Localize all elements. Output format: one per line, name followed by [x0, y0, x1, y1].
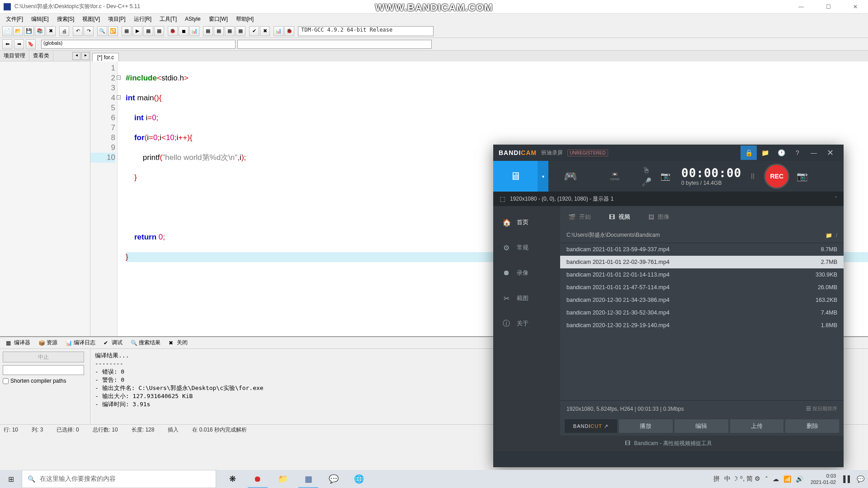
- menu-view[interactable]: 视图[V]: [79, 14, 104, 24]
- bc-titlebar[interactable]: BANDICAM 班迪录屏 UNREGISTERED 🔒 📁 🕐 ? — ✕: [493, 145, 844, 161]
- shorten-checkbox-row[interactable]: Shorten compiler paths: [3, 378, 87, 384]
- tray-pinyin-icon[interactable]: 拼: [713, 475, 720, 483]
- screenshot-button[interactable]: 📷: [797, 171, 808, 182]
- file-row[interactable]: bandicam 2020-12-30 21-30-52-304.mp47.4M…: [560, 306, 844, 319]
- btn3[interactable]: ▦: [225, 26, 235, 36]
- abort-button[interactable]: 中止: [3, 352, 84, 362]
- mode-screen-dropdown[interactable]: ▾: [538, 161, 548, 192]
- start-button[interactable]: ⊞: [0, 470, 22, 488]
- new-button[interactable]: 📄: [2, 26, 12, 36]
- maximize-button[interactable]: ☐: [819, 4, 837, 10]
- play-button[interactable]: 播放: [619, 419, 673, 433]
- debug-button[interactable]: 🐞: [168, 26, 178, 36]
- mode-device-button[interactable]: 📼HDMI: [593, 161, 637, 192]
- check-button[interactable]: ✔: [249, 26, 259, 36]
- chevron-up-icon[interactable]: ˄: [835, 196, 837, 202]
- bc-sort[interactable]: ☰ 按日期排序: [806, 405, 837, 412]
- bc-file-list[interactable]: bandicam 2021-01-01 23-59-49-337.mp48.7M…: [560, 243, 844, 400]
- minimize-button[interactable]: —: [792, 4, 810, 10]
- tab-close[interactable]: ✖关闭: [165, 338, 191, 347]
- tray-bar-icon[interactable]: ▌▌: [843, 475, 852, 483]
- sidebar-item-about[interactable]: ⓘ关于: [493, 311, 560, 336]
- task-app1[interactable]: ❋: [220, 470, 245, 488]
- pause-button[interactable]: ⏸: [749, 172, 757, 181]
- mode-screen-button[interactable]: 🖥: [493, 161, 538, 192]
- menu-astyle[interactable]: AStyle: [181, 15, 204, 23]
- file-row[interactable]: bandicam 2020-12-30 21-34-23-386.mp4163.…: [560, 294, 844, 306]
- open-button[interactable]: 📂: [13, 26, 23, 36]
- notifications-icon[interactable]: 💬: [857, 475, 864, 483]
- btn4[interactable]: ▦: [236, 26, 245, 36]
- file-row[interactable]: bandicam 2021-01-01 22-01-14-113.mp4330.…: [560, 268, 844, 281]
- topnav-video[interactable]: 🎞视频: [609, 213, 630, 221]
- task-recorder[interactable]: ⏺: [245, 470, 270, 488]
- btn2[interactable]: ▦: [214, 26, 224, 36]
- members-combo[interactable]: [237, 40, 432, 49]
- task-explorer[interactable]: 📁: [270, 470, 296, 488]
- sidebar-item-home[interactable]: 🏠首页: [493, 210, 560, 235]
- menu-window[interactable]: 窗口[W]: [205, 14, 231, 24]
- sidebar-item-image[interactable]: ✂截图: [493, 286, 560, 311]
- compile-button[interactable]: ▦: [122, 26, 132, 36]
- shorten-input[interactable]: [3, 365, 84, 375]
- menu-run[interactable]: 运行[R]: [130, 14, 155, 24]
- menu-search[interactable]: 搜索[S]: [53, 14, 78, 24]
- menu-project[interactable]: 项目[P]: [104, 14, 129, 24]
- file-row[interactable]: bandicam 2020-12-30 21-29-19-140.mp41.8M…: [560, 319, 844, 332]
- task-browser[interactable]: 🌐: [346, 470, 372, 488]
- onedrive-icon[interactable]: ☁: [773, 475, 779, 483]
- nav-fwd-button[interactable]: ➡: [14, 39, 24, 49]
- save-button[interactable]: 💾: [24, 26, 34, 36]
- saveall-button[interactable]: 📚: [35, 26, 45, 36]
- btn1[interactable]: ▦: [203, 26, 213, 36]
- print-button[interactable]: 🖨: [59, 26, 69, 36]
- bc-path-bar[interactable]: C:\Users\郭盛永\Documents\Bandicam 📁/: [560, 228, 844, 243]
- nav-back-button[interactable]: ⬅: [2, 39, 12, 49]
- run-button[interactable]: ▶: [132, 26, 142, 36]
- globals-combo[interactable]: (globals): [41, 40, 236, 49]
- delete-button[interactable]: 删除: [785, 419, 839, 433]
- chart-button[interactable]: 📊: [274, 26, 283, 36]
- chevron-up-icon[interactable]: ˄: [765, 475, 768, 483]
- compiler-select[interactable]: TDM-GCC 4.9.2 64-bit Release: [298, 26, 434, 36]
- find-button[interactable]: 🔍: [97, 26, 107, 36]
- clock-icon[interactable]: 🕐: [773, 145, 789, 160]
- tray-ime[interactable]: 中 ☽ ⁰, 简 ⚙: [724, 475, 760, 483]
- rebuild-button[interactable]: ▦: [154, 26, 164, 36]
- sidebar-item-general[interactable]: ⚙常规: [493, 235, 560, 260]
- mode-game-button[interactable]: 🎮: [548, 161, 593, 192]
- replace-button[interactable]: 🔁: [108, 26, 118, 36]
- record-button[interactable]: REC: [764, 164, 789, 189]
- bc-minimize-button[interactable]: —: [806, 145, 822, 160]
- search-box[interactable]: 🔍 在这里输入你要搜索的内容: [22, 470, 216, 488]
- editor-tab-forc[interactable]: [*] for.c: [92, 53, 119, 61]
- bc-region-bar[interactable]: ⬚ 868x488 - (0, 0), (1920, 1080) - 显示器…: [493, 192, 844, 206]
- fold-icon[interactable]: −: [117, 75, 121, 80]
- fold-icon[interactable]: −: [117, 95, 121, 99]
- x-button[interactable]: ✖: [260, 26, 270, 36]
- menu-help[interactable]: 帮助[H]: [232, 14, 257, 24]
- webcam-icon[interactable]: 📷: [656, 161, 675, 192]
- bandicam-window[interactable]: BANDICAM 班迪录屏 UNREGISTERED 🔒 📁 🕐 ? — ✕ 🖥…: [493, 145, 844, 467]
- task-devcpp[interactable]: ▦: [296, 470, 321, 488]
- titlebar[interactable]: C:\Users\郭盛永\Desktop\c实验\for.c - Dev-C++…: [0, 0, 868, 14]
- bookmark-button[interactable]: 🔖: [26, 39, 36, 49]
- tab-debug[interactable]: ✔调试: [100, 338, 126, 347]
- tab-resources[interactable]: 📦资源: [35, 338, 61, 347]
- close-button[interactable]: ✕: [846, 4, 864, 10]
- volume-icon[interactable]: 🔊: [796, 475, 803, 483]
- stop-button[interactable]: ⏹: [179, 26, 189, 36]
- task-wechat[interactable]: 💬: [321, 470, 346, 488]
- shorten-checkbox[interactable]: [3, 378, 9, 384]
- profile-button[interactable]: 📊: [189, 26, 199, 36]
- undo-button[interactable]: ↶: [73, 26, 83, 36]
- topnav-image[interactable]: 🖼图像: [648, 213, 670, 221]
- sidebar-item-video[interactable]: ⏺录像: [493, 260, 560, 286]
- folder-icon[interactable]: 📁: [757, 145, 773, 160]
- menu-file[interactable]: 文件[F]: [2, 14, 27, 24]
- compile-run-button[interactable]: ▦: [143, 26, 153, 36]
- close-file-button[interactable]: ✖: [46, 26, 56, 36]
- nav-right-button[interactable]: ▸: [81, 52, 90, 60]
- tray-clock[interactable]: 0:03 2021-01-02: [808, 473, 839, 485]
- topnav-start[interactable]: 🎬开始: [568, 213, 591, 221]
